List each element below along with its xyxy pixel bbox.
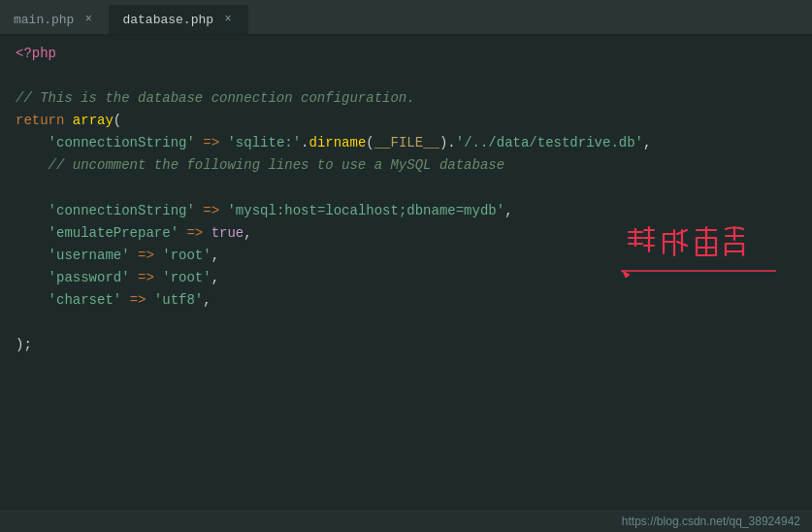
str-sqlite: 'sqlite:': [227, 132, 301, 154]
indent11: [16, 267, 49, 289]
bool-true: true: [211, 222, 244, 245]
code-line-13: [0, 312, 812, 334]
indent10: [16, 245, 49, 267]
str-mysql: 'mysql:host=localhost;dbname=mydb': [227, 200, 504, 222]
str-charset: 'charset': [49, 289, 122, 312]
tab-main-php[interactable]: main.php ×: [0, 5, 109, 34]
php-open-tag: <?php: [16, 43, 56, 65]
str-connectionstring: 'connectionString': [49, 132, 195, 154]
fn-dirname: dirname: [309, 132, 367, 154]
sp5b: [219, 132, 227, 154]
dot5a: .: [301, 132, 309, 154]
comma11: ,: [211, 267, 219, 289]
sp11b: [154, 267, 162, 289]
arrow5: =>: [203, 132, 219, 154]
sp9b: [203, 222, 211, 245]
space1: [64, 110, 72, 132]
comma10: ,: [211, 245, 219, 267]
tab-database-php[interactable]: database.php ×: [109, 5, 248, 34]
code-line-2: [0, 65, 812, 87]
sp8a: [195, 200, 203, 222]
sp8b: [219, 200, 227, 222]
comment-config: // This is the database connection confi…: [16, 87, 415, 110]
sp10b: [154, 245, 162, 267]
str-password: 'password': [49, 267, 130, 289]
sp5a: [195, 132, 203, 154]
tab-bar: main.php × database.php ×: [0, 0, 812, 35]
arrow12: =>: [130, 289, 146, 312]
code-line-11: 'password' => 'root',: [0, 267, 812, 289]
sp12a: [121, 289, 129, 312]
code-line-8: 'connectionString' => 'mysql:host=localh…: [0, 200, 812, 222]
const-file: __FILE__: [374, 132, 439, 154]
comma9: ,: [244, 222, 251, 245]
code-line-9: 'emulatePrepare' => true,: [0, 222, 812, 245]
tab-database-php-label: database.php: [122, 13, 213, 27]
close-paren: );: [16, 334, 32, 356]
p5b: ): [439, 132, 447, 154]
dot5b: .: [447, 132, 455, 154]
arrow11: =>: [138, 267, 154, 289]
paren-open: (: [114, 110, 121, 132]
tab-main-php-close[interactable]: ×: [81, 13, 95, 26]
sp10a: [130, 245, 138, 267]
indent9: [16, 222, 49, 245]
code-line-1: <?php: [0, 43, 812, 65]
comma12: ,: [203, 289, 211, 312]
status-bar: https://blog.csdn.net/qq_38924942: [0, 509, 812, 532]
indent12: [16, 289, 49, 312]
kw-return: return: [16, 110, 64, 132]
comma8: ,: [504, 200, 512, 222]
comma5: ,: [643, 132, 651, 154]
status-url: https://blog.csdn.net/qq_38924942: [622, 515, 800, 528]
arrow8: =>: [203, 200, 219, 222]
arrow9: =>: [186, 222, 203, 245]
code-line-5: 'connectionString' => 'sqlite:'.dirname(…: [0, 132, 812, 154]
str-utf8: 'utf8': [154, 289, 203, 312]
sp9a: [179, 222, 186, 245]
code-line-3: // This is the database connection confi…: [0, 87, 812, 110]
str-root2: 'root': [162, 267, 211, 289]
comment-uncomment: // uncomment the following lines to use …: [49, 154, 504, 177]
code-line-6: // uncomment the following lines to use …: [0, 154, 812, 177]
code-line-10: 'username' => 'root',: [0, 245, 812, 267]
sp12b: [146, 289, 153, 312]
str-connectionstring2: 'connectionString': [49, 200, 195, 222]
str-emulate: 'emulatePrepare': [49, 222, 179, 245]
editor-area: <?php // This is the database connection…: [0, 35, 812, 509]
code-line-12: 'charset' => 'utf8',: [0, 289, 812, 312]
p5a: (: [366, 132, 374, 154]
str-username: 'username': [49, 245, 130, 267]
indent6: [16, 154, 49, 177]
str-root1: 'root': [162, 245, 211, 267]
sp11a: [130, 267, 138, 289]
indent8: [16, 200, 49, 222]
tab-main-php-label: main.php: [14, 13, 74, 27]
code-line-7: [0, 178, 812, 200]
fn-array: array: [73, 110, 114, 132]
code-line-14: );: [0, 334, 812, 356]
code-line-4: return array(: [0, 110, 812, 132]
arrow10: =>: [138, 245, 154, 267]
tab-database-php-close[interactable]: ×: [221, 13, 235, 26]
indent5: [16, 132, 49, 154]
str-path: '/../data/testdrive.db': [456, 132, 643, 154]
